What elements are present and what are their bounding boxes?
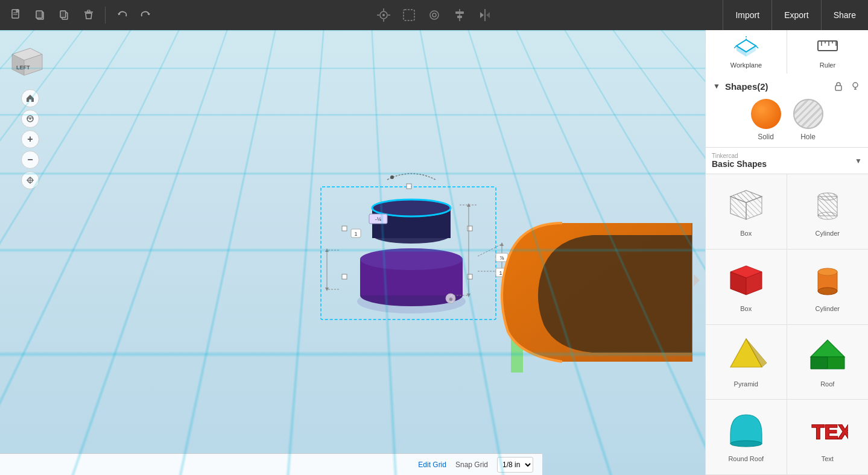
workplane-button[interactable]: Workplane bbox=[706, 30, 787, 74]
collapse-button[interactable]: ▼ bbox=[712, 81, 721, 92]
workplane-ruler-section: Workplane Ruler bbox=[706, 30, 868, 74]
export-button[interactable]: Export bbox=[771, 0, 820, 30]
main-area: LEFT + − bbox=[0, 30, 868, 475]
shape-item-cylinder-orange[interactable]: Cylinder bbox=[787, 250, 869, 325]
align-icon[interactable] bbox=[450, 5, 469, 25]
shapes-count-title: Shapes(2) bbox=[725, 81, 828, 92]
inspector-panel: ▼ Shapes(2) bbox=[706, 74, 868, 148]
svg-point-105 bbox=[818, 212, 837, 219]
orbit-view-button[interactable] bbox=[21, 110, 39, 128]
right-panel: Workplane Ruler ▼ bbox=[705, 30, 868, 475]
svg-text:TEXT: TEXT bbox=[812, 420, 848, 443]
zoom-out-button[interactable]: − bbox=[21, 151, 39, 169]
duplicate-button[interactable] bbox=[54, 5, 75, 25]
svg-point-18 bbox=[432, 13, 436, 17]
top-toolbar: Import Export Share bbox=[0, 0, 868, 30]
svg-rect-16 bbox=[404, 10, 414, 20]
round-roof-label: Round Roof bbox=[728, 455, 764, 462]
view-controls: + − bbox=[21, 89, 39, 189]
workplane-icon bbox=[734, 35, 758, 59]
svg-point-104 bbox=[818, 193, 837, 200]
delete-button[interactable] bbox=[78, 5, 99, 25]
solid-circle-icon bbox=[751, 99, 781, 129]
mirror-icon[interactable] bbox=[475, 5, 495, 25]
shape-item-roof[interactable]: Roof bbox=[787, 325, 869, 400]
group-icon[interactable] bbox=[425, 5, 444, 25]
text-label: Text bbox=[822, 455, 834, 462]
edit-grid-label[interactable]: Edit Grid bbox=[418, 461, 446, 469]
ruler-label: Ruler bbox=[820, 61, 835, 69]
svg-marker-116 bbox=[828, 357, 844, 369]
round-roof-icon bbox=[725, 408, 767, 450]
svg-rect-1 bbox=[16, 10, 19, 12]
solid-label: Solid bbox=[758, 133, 774, 141]
shape-type-selector: Solid Hole bbox=[712, 99, 862, 141]
svg-rect-5 bbox=[36, 11, 42, 18]
svg-line-84 bbox=[734, 46, 737, 48]
fit-all-button[interactable] bbox=[21, 171, 39, 189]
left-panel: LEFT + − bbox=[6, 36, 54, 189]
svg-point-95 bbox=[853, 83, 858, 87]
workplane-label: Workplane bbox=[730, 61, 762, 69]
select-icon[interactable] bbox=[399, 5, 419, 25]
view-cube[interactable]: LEFT bbox=[6, 36, 54, 84]
cylinder-orange-label: Cylinder bbox=[816, 305, 840, 312]
zoom-in-button[interactable]: + bbox=[21, 130, 39, 148]
toolbar-divider-1 bbox=[105, 7, 106, 24]
shape-item-round-roof[interactable]: Round Roof bbox=[706, 400, 787, 475]
box-gray-icon bbox=[725, 183, 767, 225]
undo-button[interactable] bbox=[112, 5, 132, 25]
library-dropdown-arrow: ▼ bbox=[855, 157, 862, 165]
home-view-button[interactable] bbox=[21, 89, 39, 107]
svg-point-110 bbox=[818, 268, 837, 275]
inspector-header: ▼ Shapes(2) bbox=[712, 80, 862, 93]
pyramid-icon bbox=[725, 333, 767, 376]
redo-button[interactable] bbox=[136, 5, 156, 25]
svg-point-111 bbox=[818, 288, 837, 295]
svg-marker-115 bbox=[811, 357, 828, 369]
hole-type-button[interactable]: Hole bbox=[793, 99, 823, 141]
svg-point-17 bbox=[430, 11, 439, 19]
new-file-button[interactable] bbox=[6, 5, 27, 25]
ruler-icon bbox=[816, 35, 840, 59]
svg-rect-21 bbox=[457, 16, 462, 18]
shape-item-cylinder-gray[interactable]: Cylinder bbox=[787, 174, 869, 250]
shape-item-text[interactable]: TEXT Text bbox=[787, 400, 869, 475]
box-red-label: Box bbox=[740, 305, 752, 312]
cylinder-gray-label: Cylinder bbox=[816, 230, 840, 237]
lock-icon[interactable] bbox=[832, 80, 845, 93]
svg-rect-20 bbox=[455, 11, 464, 14]
svg-rect-7 bbox=[60, 11, 66, 17]
light-icon[interactable] bbox=[374, 5, 393, 25]
library-category-label: Tinkercad bbox=[712, 153, 851, 159]
svg-marker-23 bbox=[480, 12, 484, 18]
svg-marker-86 bbox=[737, 46, 746, 57]
svg-point-30 bbox=[30, 118, 31, 120]
library-name-label: Basic Shapes bbox=[712, 159, 851, 169]
roof-label: Roof bbox=[820, 380, 834, 388]
copy-button[interactable] bbox=[30, 5, 51, 25]
bottom-status-bar: Edit Grid Snap Grid 1/8 in 1/4 in 1/2 in… bbox=[0, 453, 542, 475]
light-bulb-icon[interactable] bbox=[849, 80, 862, 93]
import-button[interactable]: Import bbox=[723, 0, 771, 30]
cylinder-orange-icon bbox=[806, 258, 849, 300]
solid-type-button[interactable]: Solid bbox=[751, 99, 781, 141]
viewport[interactable]: LEFT + − bbox=[0, 30, 705, 475]
snap-grid-select[interactable]: 1/8 in 1/4 in 1/2 in 1 in bbox=[497, 457, 533, 473]
pyramid-label: Pyramid bbox=[734, 380, 758, 388]
ruler-button[interactable]: Ruler bbox=[787, 30, 868, 74]
share-button[interactable]: Share bbox=[821, 0, 868, 30]
svg-rect-94 bbox=[835, 86, 841, 90]
svg-marker-87 bbox=[746, 46, 756, 57]
shape-item-box-gray[interactable]: Box bbox=[706, 174, 787, 250]
shape-item-box-red[interactable]: Box bbox=[706, 250, 787, 325]
toolbar-center-icons bbox=[374, 5, 495, 25]
shape-item-pyramid[interactable]: Pyramid bbox=[706, 325, 787, 400]
svg-marker-24 bbox=[486, 12, 490, 18]
shape-grid: Box Cylinder bbox=[706, 174, 868, 475]
hole-label: Hole bbox=[800, 133, 816, 141]
svg-line-85 bbox=[756, 46, 758, 48]
box-red-icon bbox=[725, 258, 767, 300]
svg-point-117 bbox=[730, 441, 762, 447]
shape-library-selector[interactable]: Tinkercad Basic Shapes ▼ bbox=[706, 148, 868, 174]
